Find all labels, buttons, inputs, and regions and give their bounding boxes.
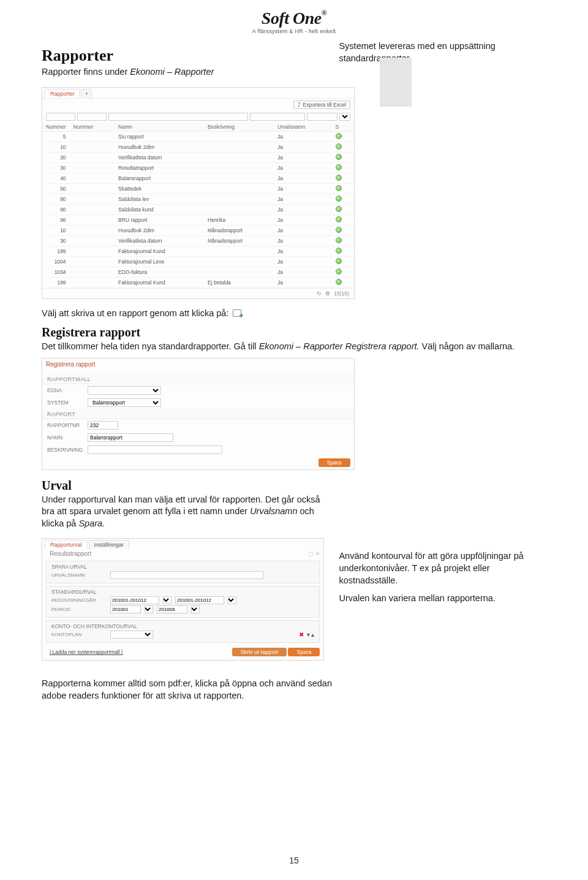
lbl-beskrivning: BESKRIVNING [47,447,84,453]
tab-installningar[interactable]: Inställningar [89,540,130,549]
run-report-icon[interactable] [336,227,342,233]
beskrivning-input[interactable] [88,446,222,454]
egna-select[interactable] [88,386,161,395]
col-nummer-2[interactable]: Nummer [70,123,115,132]
spara-button[interactable]: Spara [318,458,350,467]
move-down-icon[interactable]: ▾ [307,631,310,638]
lbl-rapportnr: RAPPORTNR [47,422,84,428]
print-add-icon [232,308,243,319]
run-report-icon[interactable] [336,248,342,254]
panel-kontourval: KONTO- OCH INTERKONTOURVAL Kontoplan ✖ ▾… [46,620,320,643]
refresh-icon-2[interactable]: ◌ [308,550,314,557]
reports-list-screenshot: Rapporter + ⤴ Exportera till Excel Numme… [42,87,355,299]
move-up-icon[interactable]: ▴ [311,631,314,638]
panel-standardurval: STANDARDURVAL REDOVISNINGSÅR PERIOD [46,586,320,618]
col-namn[interactable]: Namn [115,123,204,132]
register-title: Registrera rapport [42,358,354,368]
redov-a[interactable] [110,596,159,604]
export-excel-button[interactable]: ⤴ Exportera till Excel [293,101,350,109]
tab-rapporturval[interactable]: Rapporturval [45,540,88,549]
run-report-icon[interactable] [336,206,342,212]
refresh-icon[interactable]: ↻ [317,290,322,297]
run-report-icon[interactable] [336,133,342,139]
table-row[interactable]: 96BRU rapportHenrikaJa [42,214,354,225]
remove-icon[interactable]: ✖ [298,631,305,638]
lbl-egna: EGNA [47,387,84,393]
redov-b-sel[interactable] [228,596,236,604]
urval-screenshot: Rapporturval Inställningar Resultatrappo… [42,538,324,661]
col-beskrivning[interactable]: Beskrivning [204,123,274,132]
filter-row [42,111,354,123]
col-nummer-1[interactable]: Nummer [42,123,70,132]
run-report-icon[interactable] [336,185,342,191]
section-rapport: RAPPORT [42,409,354,419]
settings-icon-2[interactable]: ✧ [315,550,320,557]
table-row[interactable]: 20Verifikatlista datumJa [42,152,354,162]
urval-body: Under rapporturval kan man välja ett urv… [42,494,334,530]
run-report-icon[interactable] [336,175,342,181]
run-report-icon[interactable] [336,154,342,160]
table-row[interactable]: 50SkattedekJa [42,183,354,194]
side-intro: Systemet levereras med en uppsättning st… [339,40,546,64]
download-template-link[interactable]: | Ladda ner systemrapportmall | [46,649,126,655]
settings-icon[interactable]: ⚙ [325,290,330,297]
period-a[interactable] [110,605,141,613]
run-report-icon[interactable] [336,216,342,222]
urvalsnamn-input[interactable] [110,571,263,579]
tab-rapporter[interactable]: Rapporter [45,89,80,98]
filter-namn[interactable] [108,113,248,121]
filter-nummer-1[interactable] [46,113,75,121]
namn-input[interactable] [88,433,173,442]
table-row[interactable]: 1004Fakturajournal LeveJa [42,256,354,267]
table-row[interactable]: 90Saldolista kundJa [42,204,354,214]
period-a-sel[interactable] [145,605,153,613]
filter-nummer-2[interactable] [77,113,107,121]
system-select[interactable]: Balansrapport [88,398,161,407]
spara-urval-button[interactable]: Spara [288,648,320,656]
logo-main: Soft One® [0,9,588,28]
skriv-ut-button[interactable]: Skriv ut rapport [232,648,287,656]
lbl-period: PERIOD [51,607,107,612]
rapporter-heading: Rapporter [42,47,324,65]
period-b-sel[interactable] [191,605,200,613]
table-row[interactable]: 10Huvudbok 2dimMånadsrapportJa [42,225,354,235]
run-report-icon[interactable] [336,143,342,150]
run-report-icon[interactable] [336,195,342,202]
run-report-icon[interactable] [336,268,342,275]
side-urval-2: Urvalen kan variera mellan rapporterna. [339,593,546,605]
registrera-heading: Registrera rapport [42,325,546,339]
run-report-icon[interactable] [336,164,342,170]
filter-urvalsnamn[interactable] [307,113,337,121]
table-row[interactable]: 199Fakturajournal KundJa [42,246,354,256]
table-row[interactable]: 80Saldolista levJa [42,194,354,204]
section-rapportmall: RAPPORTMALL [42,374,354,384]
table-row[interactable]: 40BalansrapportJa [42,173,354,183]
period-b[interactable] [157,605,187,613]
table-row[interactable]: 199Fakturajournal KundEj betaldaJa [42,277,354,287]
export-icon: ⤴ [298,102,301,108]
table-row[interactable]: 30ResultatrapportJa [42,162,354,173]
lbl-namn: NAMN [47,434,84,441]
page-number: 15 [0,855,588,865]
redov-b[interactable] [175,596,224,604]
run-report-icon[interactable] [336,237,342,243]
run-report-icon[interactable] [336,258,342,264]
lbl-redov: REDOVISNINGSÅR [51,597,107,603]
kontoplan-select[interactable] [110,631,153,639]
table-row[interactable]: 10Huvudbok 2dimJa [42,142,354,152]
filter-s[interactable] [339,113,350,121]
print-hint: Välj att skriva ut en rapport genom att … [42,308,546,320]
col-s[interactable]: S [332,123,354,132]
table-row[interactable]: 30Verifikatlista datumMånadsrapportJa [42,235,354,246]
col-urvalsnamn[interactable]: Urvalsnamn [274,123,332,132]
run-report-icon[interactable] [336,279,342,285]
redov-a-sel[interactable] [163,596,172,604]
table-row[interactable]: 1034EDO-fakturaJa [42,267,354,277]
pdf-note: Rapporterna kommer alltid som pdf:er, kl… [42,678,334,702]
panel-spara-urval: SPARA URVAL URVALSNAMN [46,561,320,583]
registrera-body: Det tillkommer hela tiden nya standardra… [42,341,546,353]
rapportnr-input[interactable] [88,421,118,430]
filter-beskrivning[interactable] [250,113,305,121]
table-row[interactable]: 5Siu rapportJa [42,131,354,142]
tab-add[interactable]: + [81,89,92,98]
